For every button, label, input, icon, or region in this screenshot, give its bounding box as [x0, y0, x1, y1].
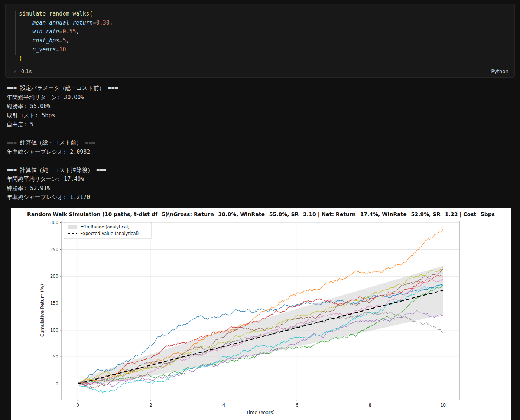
- code-line: cost_bps=5,: [19, 36, 514, 45]
- output-line: 年率純シャープレシオ: 1.2170: [7, 193, 520, 202]
- output-line: 純勝率: 52.91%: [7, 184, 520, 193]
- code-token: ,: [66, 37, 69, 44]
- code-token: 10: [59, 46, 66, 53]
- code-line: n_years=10: [19, 45, 514, 54]
- output-line: === 計算値（総・コスト前） ===: [7, 138, 520, 147]
- chart-canvas: 0246810050100150200250300Time (Years)Cum…: [11, 218, 511, 419]
- output-line: 年率総シャープレシオ: 2.0982: [7, 147, 520, 157]
- execution-time: 0.1s: [21, 68, 32, 74]
- output-line: 取引コスト: 5bps: [7, 111, 520, 120]
- output-line: === 計算値（純・コスト控除後） ===: [7, 166, 520, 175]
- code-token: (: [90, 10, 93, 17]
- legend-label-sigma: ±1σ Range (analytical): [80, 224, 130, 229]
- code-token: 0.30: [96, 19, 110, 26]
- code-token: [19, 46, 32, 53]
- notebook-cell: simulate_random_walks( mean_annual_retur…: [5, 4, 515, 78]
- output-line: === 設定パラメータ（総・コスト前） ===: [7, 84, 520, 93]
- y-tick-label: 150: [50, 300, 58, 306]
- code-token: ): [19, 55, 22, 62]
- code-token: =: [93, 19, 96, 26]
- code-line: mean_annual_return=0.30,: [19, 18, 514, 27]
- y-tick-label: 50: [53, 354, 58, 359]
- x-tick-label: 4: [222, 403, 225, 408]
- y-tick-label: 0: [56, 381, 58, 386]
- cell-output: === 設定パラメータ（総・コスト前） ===年間総平均リターン: 30.00%…: [7, 84, 520, 202]
- legend-label-expected: Expected Value (analytical): [80, 231, 139, 236]
- x-tick-label: 6: [296, 403, 298, 408]
- code-token: n_years: [32, 46, 56, 53]
- legend-patch-sigma: [68, 225, 77, 229]
- y-tick-label: 200: [50, 274, 58, 279]
- output-line: 年間総平均リターン: 30.00%: [7, 93, 520, 102]
- indent-guide: [15, 11, 16, 55]
- code-line: win_rate=0.55,: [19, 27, 514, 36]
- y-tick-label: 250: [50, 247, 58, 252]
- chart-figure: Random Walk Simulation (10 paths, t-dist…: [11, 208, 511, 420]
- output-line: 総勝率: 55.00%: [7, 102, 520, 111]
- code-token: simulate_random_walks: [19, 10, 90, 17]
- x-tick-label: 2: [149, 403, 152, 408]
- y-tick-label: 100: [50, 327, 58, 332]
- code-line: simulate_random_walks(: [19, 9, 514, 18]
- output-line: 年間純平均リターン: 17.40%: [7, 175, 520, 184]
- y-axis-label: Cumulative Return (%): [39, 284, 45, 336]
- x-tick-label: 8: [368, 403, 371, 408]
- output-line: [7, 156, 520, 166]
- code-token: 0.55: [62, 28, 76, 35]
- code-token: ,: [110, 19, 113, 26]
- x-tick-label: 10: [440, 403, 446, 408]
- code-token: ,: [76, 28, 79, 35]
- x-tick-label: 0: [77, 403, 79, 408]
- code-token: [19, 37, 32, 44]
- kernel-language-label[interactable]: Python: [491, 68, 508, 74]
- code-token: [19, 28, 32, 35]
- x-axis-label: Time (Years): [246, 410, 274, 415]
- code-token: [19, 19, 32, 26]
- execution-success-icon: ✓: [13, 68, 17, 74]
- cell-statusbar: ✓ 0.1s Python: [6, 66, 514, 77]
- code-editor[interactable]: simulate_random_walks( mean_annual_retur…: [6, 4, 514, 66]
- code-token: win_rate: [32, 28, 59, 35]
- code-token: mean_annual_return: [32, 19, 93, 26]
- y-tick-label: 300: [50, 220, 58, 225]
- output-line: [7, 129, 520, 139]
- code-token: cost_bps: [32, 37, 59, 44]
- output-line: 自由度: 5: [7, 120, 520, 129]
- chart-title: Random Walk Simulation (10 paths, t-dist…: [11, 211, 511, 218]
- code-line: ): [19, 54, 514, 63]
